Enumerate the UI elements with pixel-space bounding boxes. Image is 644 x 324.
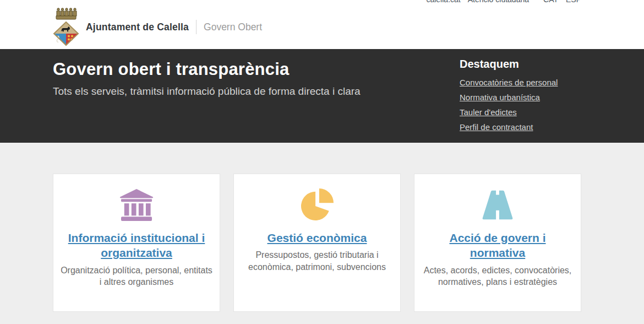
hero-banner: Govern obert i transparència Tots els se… (0, 49, 644, 143)
topbar-nav: calella.cat Atenció ciutadana CAT ESP (426, 0, 581, 5)
destaquem-panel: Destaquem Convocatòries de personal Norm… (460, 58, 597, 137)
topbar-link-calella-cat[interactable]: calella.cat (426, 0, 460, 5)
destaquem-link-convocatories-personal[interactable]: Convocatòries de personal (460, 77, 597, 88)
topbar-link-atencio-ciutadana[interactable]: Atenció ciutadana (468, 0, 529, 5)
card-link-gestio-economica[interactable]: Gestió econòmica (260, 230, 375, 245)
destaquem-heading: Destaquem (460, 58, 597, 71)
topbar: calella.cat Atenció ciutadana CAT ESP (0, 0, 644, 5)
page: calella.cat Atenció ciutadana CAT ESP (0, 0, 644, 324)
brand-subtitle: Govern Obert (204, 21, 262, 33)
language-switch-cat[interactable]: CAT (543, 0, 558, 5)
bank-icon (53, 189, 220, 221)
card-description-gestio: Pressupostos, gestió tributaria i econòm… (234, 249, 400, 273)
card-informacio-institucional: Informació institucional i organitzativa… (53, 174, 220, 312)
brand-title[interactable]: Ajuntament de Calella (86, 21, 189, 33)
destaquem-link-normativa-urbanistica[interactable]: Normativa urbanística (460, 92, 597, 103)
cards-row: Informació institucional i organitzativa… (53, 174, 644, 312)
destaquem-link-perfil-contractant[interactable]: Perfil de contractant (460, 122, 597, 133)
pie-chart-icon (234, 189, 400, 221)
road-icon (414, 189, 581, 221)
main-content: Informació institucional i organitzativa… (0, 143, 644, 324)
card-link-accio-govern[interactable]: Acció de govern i normativa (414, 230, 581, 261)
card-description-accio: Actes, acords, edictes, convocatòries, n… (414, 264, 581, 288)
calella-coat-of-arms-logo (53, 7, 79, 46)
site-header: calella.cat Atenció ciutadana CAT ESP (0, 0, 644, 49)
card-description-informacio: Organització política, personal, entitat… (53, 264, 220, 288)
shield-icon (53, 21, 79, 46)
card-accio-govern: Acció de govern i normativa Actes, acord… (414, 174, 581, 312)
crown-icon (54, 7, 78, 20)
brand-separator (196, 20, 197, 34)
brand: Ajuntament de Calella Govern Obert (0, 5, 644, 49)
card-link-informacio-institucional[interactable]: Informació institucional i organitzativa (53, 230, 220, 261)
card-gestio-economica: Gestió econòmica Pressupostos, gestió tr… (233, 174, 401, 312)
destaquem-link-tauler-edictes[interactable]: Tauler d'edictes (460, 107, 597, 118)
language-switch-esp[interactable]: ESP (566, 0, 581, 5)
